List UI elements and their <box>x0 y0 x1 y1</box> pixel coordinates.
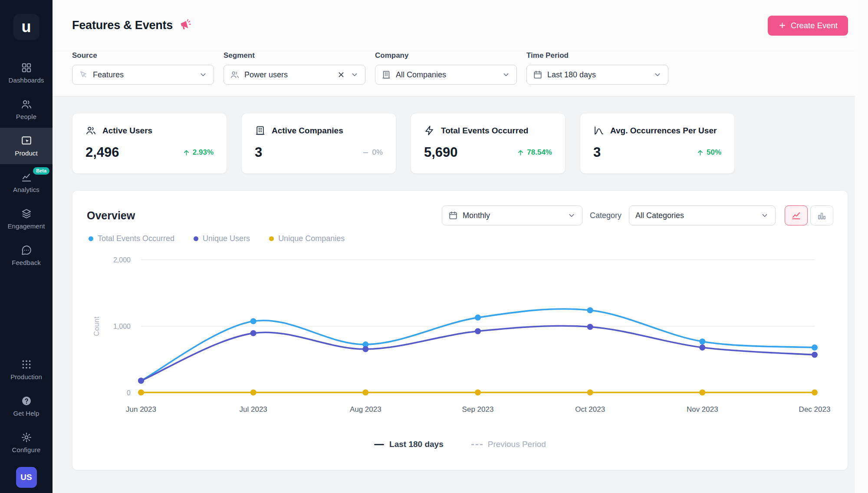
filter-label: Segment <box>224 51 365 60</box>
chevron-down-icon <box>502 70 510 79</box>
stat-card-active-users: Active Users 2,496 2.93% <box>72 113 227 174</box>
top-section: Features & Events Create Event <box>53 0 868 96</box>
stat-value: 2,496 <box>85 145 119 160</box>
time-period-select[interactable]: Last 180 days <box>526 65 668 85</box>
source-value: Features <box>93 70 124 79</box>
stat-change: 50% <box>697 148 721 157</box>
stat-change: 0% <box>362 148 383 157</box>
plus-icon <box>778 21 786 30</box>
stat-label: Active Users <box>102 126 152 136</box>
sidebar-item-dashboards[interactable]: Dashboards <box>0 55 53 91</box>
time-period-value: Last 180 days <box>547 70 596 79</box>
scrollbar-gutter[interactable] <box>855 0 868 493</box>
production-icon <box>21 359 32 370</box>
stat-card-active-companies: Active Companies 3 0% <box>241 113 396 174</box>
legend-label: Last 180 days <box>389 440 444 449</box>
legend-item-unique-users[interactable]: Unique Users <box>194 234 250 243</box>
legend-item-previous-period[interactable]: Previous Period <box>471 440 546 449</box>
calendar-icon <box>533 70 542 79</box>
sidebar-item-label: Get Help <box>13 410 39 417</box>
filter-segment: Segment Power users <box>224 51 365 85</box>
legend-item-unique-companies[interactable]: Unique Companies <box>269 234 345 243</box>
beta-badge: Beta <box>33 167 49 175</box>
user-avatar[interactable]: US <box>16 467 37 488</box>
bar-chart-toggle-button[interactable] <box>810 205 833 225</box>
legend-dot-yellow <box>269 236 274 241</box>
configure-icon <box>21 432 32 443</box>
sidebar-item-people[interactable]: People <box>0 91 53 128</box>
stat-value: 5,690 <box>424 145 458 160</box>
overview-title: Overview <box>87 209 135 222</box>
megaphone-icon <box>178 19 191 32</box>
page-title: Features & Events <box>72 19 173 32</box>
legend-item-total-events[interactable]: Total Events Occurred <box>89 234 174 243</box>
svg-text:2,000: 2,000 <box>113 256 131 264</box>
create-event-button[interactable]: Create Event <box>768 16 848 36</box>
chart-type-toggle <box>785 205 833 225</box>
svg-text:1,000: 1,000 <box>113 323 131 330</box>
filter-label: Company <box>375 51 517 60</box>
legend-item-current-period[interactable]: Last 180 days <box>374 440 444 449</box>
svg-text:Dec 2023: Dec 2023 <box>799 405 831 414</box>
sidebar-item-configure[interactable]: Configure <box>0 424 53 461</box>
dashed-line-icon <box>471 444 483 445</box>
legend-dot-blue <box>89 236 93 241</box>
arrow-up-icon <box>517 149 524 156</box>
feedback-icon <box>21 245 32 256</box>
svg-text:Nov 2023: Nov 2023 <box>687 405 718 414</box>
chevron-down-icon <box>760 211 769 220</box>
legend-label: Unique Companies <box>278 234 345 243</box>
filter-time-period: Time Period Last 180 days <box>526 51 668 85</box>
overview-header: Overview Monthly Category <box>87 205 833 225</box>
stat-value: 3 <box>255 145 262 160</box>
sidebar-item-get-help[interactable]: Get Help <box>0 388 53 424</box>
line-chart[interactable]: 01,0002,000CountJun 2023Jul 2023Aug 2023… <box>87 249 833 421</box>
sidebar-item-product[interactable]: Product <box>0 128 53 164</box>
company-select[interactable]: All Companies <box>375 65 517 85</box>
category-label: Category <box>590 211 621 220</box>
filter-company: Company All Companies <box>375 51 517 85</box>
sidebar-item-label: Configure <box>12 446 41 453</box>
filter-source: Source Features <box>72 51 214 85</box>
building-icon <box>381 70 391 79</box>
line-chart-toggle-button[interactable] <box>785 205 808 225</box>
sidebar-item-feedback[interactable]: Feedback <box>0 237 53 274</box>
sidebar-item-label: Analytics <box>13 186 39 193</box>
minus-icon <box>362 149 369 156</box>
sidebar-nav: Dashboards People Prod <box>0 55 53 274</box>
legend-label: Previous Period <box>488 440 546 449</box>
granularity-select[interactable]: Monthly <box>442 205 582 225</box>
sidebar-item-label: People <box>16 113 36 120</box>
legend-label: Total Events Occurred <box>98 234 174 243</box>
source-select[interactable]: Features <box>72 65 214 85</box>
page-header: Features & Events Create Event <box>53 0 868 51</box>
clear-segment-icon[interactable] <box>337 70 345 79</box>
filter-label: Source <box>72 51 214 60</box>
segment-value: Power users <box>244 70 288 79</box>
stat-change: 2.93% <box>183 148 214 157</box>
sidebar-item-analytics[interactable]: Beta Analytics <box>0 164 53 201</box>
segment-select[interactable]: Power users <box>224 65 365 85</box>
chevron-down-icon <box>199 70 207 79</box>
users-icon <box>85 125 96 136</box>
sidebar-item-production[interactable]: Production <box>0 351 53 388</box>
svg-text:0: 0 <box>127 389 131 397</box>
arrow-up-icon <box>697 149 704 156</box>
app-logo[interactable]: u <box>13 14 39 40</box>
filter-label: Time Period <box>526 51 668 60</box>
sidebar: u Dashboards People <box>0 0 53 493</box>
svg-text:Jun 2023: Jun 2023 <box>126 405 156 414</box>
lightning-icon <box>424 125 435 136</box>
sidebar-item-engagement[interactable]: Engagement <box>0 201 53 237</box>
svg-text:Count: Count <box>93 316 100 336</box>
sidebar-item-label: Product <box>15 149 37 157</box>
calendar-icon <box>448 211 458 220</box>
solid-line-icon <box>374 444 384 445</box>
svg-text:Sep 2023: Sep 2023 <box>462 405 494 414</box>
svg-text:Oct 2023: Oct 2023 <box>575 405 605 414</box>
sidebar-bottom-nav: Production Get Help <box>0 351 53 461</box>
category-select[interactable]: All Categories <box>629 205 776 225</box>
sidebar-item-label: Production <box>10 373 42 381</box>
overview-chart-svg: 01,0002,000CountJun 2023Jul 2023Aug 2023… <box>87 249 833 421</box>
svg-text:Jul 2023: Jul 2023 <box>240 405 267 414</box>
